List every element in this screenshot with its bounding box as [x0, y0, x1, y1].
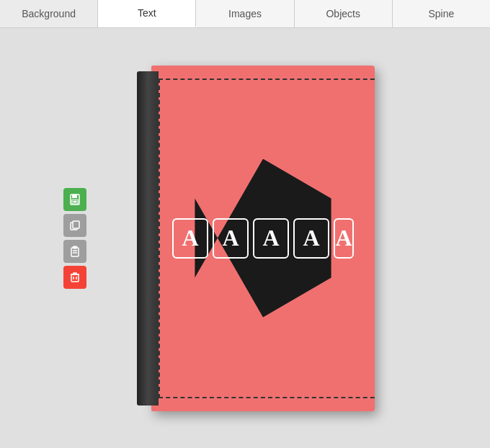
- tab-bar: Background Text Images Objects Spine: [0, 0, 490, 28]
- letter-a-partial: A: [334, 218, 354, 259]
- svg-rect-6: [71, 248, 79, 256]
- delete-button[interactable]: [63, 266, 86, 289]
- canvas-area: A A A A A: [0, 28, 490, 448]
- svg-rect-7: [73, 246, 77, 248]
- paste-icon: [69, 246, 81, 257]
- copy-icon: [69, 220, 81, 231]
- book-cover: A A A A A: [151, 66, 375, 411]
- tab-spine[interactable]: Spine: [393, 0, 490, 27]
- tab-images[interactable]: Images: [196, 0, 294, 27]
- paste-button[interactable]: [63, 240, 86, 263]
- tab-text[interactable]: Text: [98, 0, 196, 27]
- letter-a-3[interactable]: A: [253, 218, 289, 259]
- svg-rect-1: [72, 194, 77, 198]
- copy-button[interactable]: [63, 214, 86, 237]
- book-spine: [137, 71, 159, 406]
- save-button[interactable]: [63, 188, 86, 211]
- save-icon: [69, 194, 81, 205]
- text-row: A A A A A: [172, 218, 354, 259]
- letter-a-4[interactable]: A: [293, 218, 329, 259]
- book-container: A A A A A: [137, 66, 382, 411]
- svg-rect-5: [73, 221, 79, 228]
- delete-icon: [69, 272, 81, 283]
- tab-objects[interactable]: Objects: [295, 0, 393, 27]
- left-toolbar: [63, 188, 86, 289]
- svg-rect-10: [71, 274, 79, 282]
- letter-a-2[interactable]: A: [213, 218, 249, 259]
- letter-a-1[interactable]: A: [172, 218, 208, 259]
- svg-rect-3: [74, 200, 77, 202]
- tab-background[interactable]: Background: [0, 0, 98, 27]
